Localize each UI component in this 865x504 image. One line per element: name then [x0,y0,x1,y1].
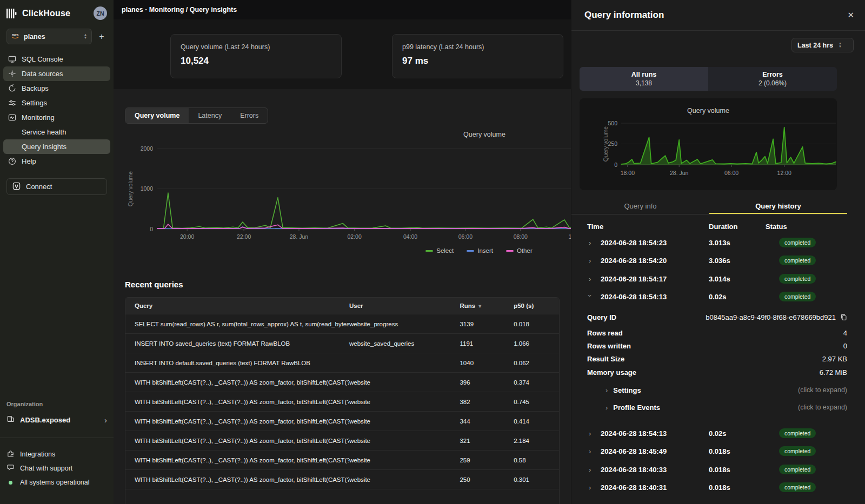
history-row[interactable]: ›2024-06-28 18:54:130.02scompleted [571,288,865,306]
history-time: 2024-06-28 18:45:49 [601,447,667,455]
column-header-user[interactable]: User [349,303,460,309]
tab-query-history[interactable]: Query history [709,200,847,214]
sidebar-item-sql-console[interactable]: SQL Console [3,52,110,66]
chat-icon [6,463,15,473]
footer-item-integrations[interactable]: Integrations [6,447,107,461]
cell-user: website_saved_queries [349,340,460,347]
column-header-runs[interactable]: Runs▼ [460,303,514,309]
history-row[interactable]: ›2024-06-28 18:54:233.013scompleted [571,233,865,252]
tab-query-volume[interactable]: Query volume [125,108,189,123]
chevron-right-icon[interactable]: › [589,274,591,283]
legend-item-insert[interactable]: Insert [467,247,493,254]
add-service-button[interactable]: + [96,32,107,42]
sidebar-item-label: SQL Console [22,55,63,63]
history-duration: 0.018s [709,465,730,473]
cell-user: website [349,418,460,425]
tab-latency[interactable]: Latency [189,108,231,123]
table-row[interactable]: WITH bitShiftLeft(CAST(?..), _CAST(?..))… [125,450,559,469]
history-duration: 0.018s [709,483,730,492]
table-row[interactable]: WITH bitShiftLeft(CAST(?..), _CAST(?..))… [125,431,559,450]
svg-text:Query volume: Query volume [127,171,134,207]
connect-button[interactable]: Connect [6,178,107,195]
sidebar-item-query-insights[interactable]: Query insights [3,139,110,154]
cell-runs: 396 [460,379,514,386]
history-row[interactable]: ›2024-06-28 18:40:310.018scompleted [571,479,865,497]
service-selector[interactable]: aws planes ▲▼ [6,29,92,44]
table-row[interactable]: INSERT INTO default.saved_queries (text)… [125,353,559,372]
aws-icon: aws [11,32,19,42]
close-icon[interactable]: ✕ [847,10,854,20]
svg-text:08:00: 08:00 [514,233,528,240]
profile-events-expand-row[interactable]: › Profile Events (click to expand) [587,402,847,413]
memory-usage-label: Memory usage [587,368,636,377]
result-size-label: Result Size [587,355,624,363]
sidebar-item-settings[interactable]: Settings [3,96,110,110]
chevron-right-icon[interactable]: › [589,465,591,473]
history-row[interactable]: ›2024-06-28 18:40:330.018scompleted [571,460,865,479]
chevron-right-icon[interactable]: › [589,447,591,455]
cell-query: WITH bitShiftLeft(CAST(?..), _CAST(?..))… [125,438,349,444]
legend-item-select[interactable]: Select [425,247,454,254]
cell-query: WITH bitShiftLeft(CAST(?..), _CAST(?..))… [125,418,349,425]
app-logo-text: ClickHouse [22,9,89,18]
all-runs-tab[interactable]: All runs 3,138 [580,67,708,91]
history-row[interactable]: ›2024-06-28 18:54:173.014scompleted [571,270,865,288]
legend-item-other[interactable]: Other [506,247,533,254]
tab-errors[interactable]: Errors [231,108,268,123]
cell-p50: 0.414 [514,418,559,425]
table-row[interactable]: WITH bitShiftLeft(CAST(?..), _CAST(?..))… [125,469,559,489]
table-row-partial[interactable] [125,489,559,504]
profile-events-label: Profile Events [613,404,660,412]
cell-user: website [349,438,460,444]
help-icon [8,157,16,166]
organization-item[interactable]: ADSB.exposed › [6,415,107,425]
sidebar-item-backups[interactable]: Backups [3,81,110,96]
column-header-query[interactable]: Query [125,303,349,309]
copy-icon[interactable] [840,313,847,321]
settings-expand-row[interactable]: › Settings (click to expand) [587,385,847,395]
svg-text:1000: 1000 [141,185,154,192]
settings-expand-hint: (click to expand) [798,386,847,394]
sidebar-item-label: Help [22,157,36,165]
history-row[interactable]: ›2024-06-28 18:45:490.018scompleted [571,442,865,461]
sidebar-item-monitoring[interactable]: Monitoring [3,110,110,125]
cell-p50: 0.374 [514,379,559,386]
svg-text:aws: aws [12,33,19,37]
user-avatar[interactable]: ZN [94,6,107,20]
sidebar-item-help[interactable]: Help [3,154,110,169]
organization-icon [6,415,15,425]
cell-runs: 321 [460,438,514,444]
history-duration: 0.018s [709,447,730,455]
cell-user: website [349,399,460,405]
footer-item-all-systems-operational[interactable]: All systems operational [6,475,107,489]
svg-text:12:00: 12:00 [777,170,791,176]
sidebar-item-data-sources[interactable]: Data sources [3,66,110,81]
clickhouse-logo-icon [6,9,17,18]
organization-section-label: Organization [6,401,107,407]
time-range-select[interactable]: Last 24 hrs ▲▼ [791,38,854,52]
table-row[interactable]: INSERT INTO saved_queries (text) FORMAT … [125,333,559,353]
sidebar-item-service-health[interactable]: Service health [3,125,110,139]
query-volume-card-value: 10,524 [181,56,331,66]
clickhouse-app: ClickHouse ZN aws planes ▲▼ + SQL Consol… [0,0,865,504]
history-row[interactable]: ›2024-06-28 18:54:203.036scompleted [571,252,865,270]
table-row[interactable]: WITH bitShiftLeft(CAST(?..), _CAST(?..))… [125,392,559,411]
history-duration: 3.036s [709,257,730,265]
tab-query-info[interactable]: Query info [571,200,709,214]
table-row[interactable]: WITH bitShiftLeft(CAST(?..), _CAST(?..))… [125,372,559,392]
chevron-right-icon[interactable]: › [589,257,591,265]
column-header-p50[interactable]: p50 (s) [514,303,559,309]
history-row[interactable]: ›2024-06-28 18:54:130.02scompleted [571,424,865,442]
sort-desc-icon: ▼ [477,304,482,309]
chevron-right-icon[interactable]: › [589,429,591,437]
errors-tab[interactable]: Errors 2 (0.06%) [708,67,837,91]
table-row[interactable]: SELECT sum(read_rows) AS r, sum(total_ro… [125,314,559,333]
chevron-right-icon[interactable]: › [589,483,591,492]
cell-runs: 1040 [460,360,514,366]
chevron-right-icon[interactable]: › [589,238,591,246]
chevron-down-icon[interactable]: › [586,295,594,297]
footer-item-chat-with-support[interactable]: Chat with support [6,461,107,475]
runs-errors-tabs: All runs 3,138 Errors 2 (0.06%) [580,67,837,91]
table-row[interactable]: WITH bitShiftLeft(CAST(?..), _CAST(?..))… [125,411,559,431]
legend-label: Select [436,247,454,254]
